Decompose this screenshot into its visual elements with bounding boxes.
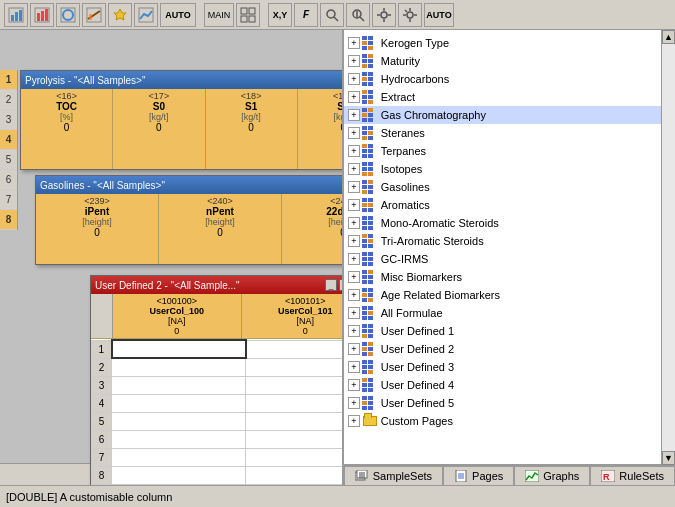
tree-expand-gasolines[interactable]: + — [348, 181, 360, 193]
row-num-8[interactable]: 8 — [0, 210, 17, 230]
row-num-4[interactable]: 4 — [0, 130, 17, 150]
tree-item-isotopes[interactable]: + Isotopes — [344, 160, 661, 178]
tree-expand-all-formulae[interactable]: + — [348, 307, 360, 319]
ud-cell-8-1[interactable] — [112, 466, 246, 484]
tree-expand-user-defined-3[interactable]: + — [348, 361, 360, 373]
tree-item-user-defined-3[interactable]: + User Defined 3 — [344, 358, 661, 376]
ud-cell-3-2[interactable] — [246, 376, 342, 394]
tree-expand-maturity[interactable]: + — [348, 55, 360, 67]
tree-expand-hydrocarbons[interactable]: + — [348, 73, 360, 85]
ud-cell-4-1[interactable] — [112, 394, 246, 412]
pyrolysis-titlebar[interactable]: Pyrolysis - "<All Samples>" _ □ ✕ — [21, 71, 342, 89]
userdefined-maximize-btn[interactable]: □ — [339, 279, 342, 291]
ud-cell-8-2[interactable] — [246, 466, 342, 484]
gasolines-col-22dmb[interactable]: <241> 22dmB [height] 0 — [282, 194, 342, 264]
toolbar-font-btn[interactable]: F — [294, 3, 318, 27]
tree-expand-tri-aromatic[interactable]: + — [348, 235, 360, 247]
toolbar-star-btn[interactable] — [108, 3, 132, 27]
tree-expand-isotopes[interactable]: + — [348, 163, 360, 175]
toolbar-xy-btn[interactable]: X,Y — [268, 3, 292, 27]
tree-expand-gcirms[interactable]: + — [348, 253, 360, 265]
tree-item-mono-aromatic[interactable]: + Mono-Aromatic Steroids — [344, 214, 661, 232]
tree-item-gcirms[interactable]: + GC-IRMS — [344, 250, 661, 268]
row-num-6[interactable]: 6 — [0, 170, 17, 190]
tab-rulesets[interactable]: R RuleSets — [590, 466, 675, 485]
ud-cell-5-2[interactable] — [246, 412, 342, 430]
tree-expand-steranes[interactable]: + — [348, 127, 360, 139]
ud-cell-5-1[interactable] — [112, 412, 246, 430]
ud-cell-2-1[interactable] — [112, 358, 246, 376]
tree-expand-user-defined-2[interactable]: + — [348, 343, 360, 355]
ud-cell-1-1[interactable] — [112, 340, 246, 358]
toolbar-auto-btn[interactable]: AUTO — [160, 3, 196, 27]
tree-item-tri-aromatic[interactable]: + Tri-Aromatic Steroids — [344, 232, 661, 250]
ud-cell-6-2[interactable] — [246, 430, 342, 448]
tree-item-gasolines[interactable]: + Gasolines — [344, 178, 661, 196]
tree-item-maturity[interactable]: + Maturity — [344, 52, 661, 70]
row-num-2[interactable]: 2 — [0, 90, 17, 110]
gasolines-titlebar[interactable]: Gasolines - "<All Samples>" _ □ ✕ — [36, 176, 342, 194]
tree-scroll-up[interactable]: ▲ — [662, 30, 675, 44]
pyrolysis-col-toc[interactable]: <16> TOC [%] 0 — [21, 89, 113, 169]
tree-item-user-defined-1[interactable]: + User Defined 1 — [344, 322, 661, 340]
tree-item-custom-pages[interactable]: + Custom Pages — [344, 412, 661, 430]
row-num-3[interactable]: 3 — [0, 110, 17, 130]
toolbar-settings2-btn[interactable] — [398, 3, 422, 27]
tree-item-user-defined-2[interactable]: + User Defined 2 — [344, 340, 661, 358]
pyrolysis-col-s0[interactable]: <17> S0 [kg/t] 0 — [113, 89, 205, 169]
tree-expand-user-defined-5[interactable]: + — [348, 397, 360, 409]
row-num-5[interactable]: 5 — [0, 150, 17, 170]
tree-item-steranes[interactable]: + Steranes — [344, 124, 661, 142]
ud-cell-3-1[interactable] — [112, 376, 246, 394]
tab-samplesets[interactable]: SampleSets — [344, 466, 443, 485]
ud-cell-2-2[interactable] — [246, 358, 342, 376]
tree-item-user-defined-4[interactable]: + User Defined 4 — [344, 376, 661, 394]
toolbar-chart4-btn[interactable] — [82, 3, 106, 27]
tree-item-hydrocarbons[interactable]: + Hydrocarbons — [344, 70, 661, 88]
row-num-7[interactable]: 7 — [0, 190, 17, 210]
ud-cell-4-2[interactable] — [246, 394, 342, 412]
tree-item-user-defined-5[interactable]: + User Defined 5 — [344, 394, 661, 412]
tree-scroll-down[interactable]: ▼ — [662, 451, 675, 465]
tree-expand-age-related[interactable]: + — [348, 289, 360, 301]
gasolines-col-npent[interactable]: <240> nPent [height] 0 — [159, 194, 282, 264]
tree-expand-aromatics[interactable]: + — [348, 199, 360, 211]
toolbar-search1-btn[interactable] — [320, 3, 344, 27]
tree-item-all-formulae[interactable]: + All Formulae — [344, 304, 661, 322]
row-num-1[interactable]: 1 — [0, 70, 17, 90]
tree-item-extract[interactable]: + Extract — [344, 88, 661, 106]
userdefined-minimize-btn[interactable]: _ — [325, 279, 337, 291]
tree-expand-terpanes[interactable]: + — [348, 145, 360, 157]
toolbar-chart2-btn[interactable] — [30, 3, 54, 27]
tree-item-aromatics[interactable]: + Aromatics — [344, 196, 661, 214]
tree-item-misc-biomarkers[interactable]: + Misc Biomarkers — [344, 268, 661, 286]
tree-expand-misc-biomarkers[interactable]: + — [348, 271, 360, 283]
tree-expand-user-defined-1[interactable]: + — [348, 325, 360, 337]
toolbar-chart3-btn[interactable] — [56, 3, 80, 27]
tree-scrollbar[interactable]: ▲ ▼ — [661, 30, 675, 465]
tree-expand-kerogen[interactable]: + — [348, 37, 360, 49]
toolbar-main-btn[interactable]: MAIN — [204, 3, 234, 27]
tab-graphs[interactable]: Graphs — [514, 466, 590, 485]
gasolines-col-ipent[interactable]: <239> iPent [height] 0 — [36, 194, 159, 264]
tree-item-age-related[interactable]: + Age Related Biomarkers — [344, 286, 661, 304]
tree-expand-gas-chromatography[interactable]: + — [348, 109, 360, 121]
toolbar-auto2-btn[interactable]: AUTO — [424, 3, 454, 27]
tree-expand-extract[interactable]: + — [348, 91, 360, 103]
toolbar-search2-btn[interactable] — [346, 3, 370, 27]
tree-item-kerogen[interactable]: + Kerogen Type — [344, 34, 661, 52]
toolbar-chart1-btn[interactable] — [4, 3, 28, 27]
tab-pages[interactable]: Pages — [443, 466, 514, 485]
ud-cell-1-2[interactable] — [246, 340, 342, 358]
toolbar-settings1-btn[interactable] — [372, 3, 396, 27]
pyrolysis-col-s2[interactable]: <19> S2 [kg/t] 0 — [298, 89, 342, 169]
pyrolysis-col-s1[interactable]: <18> S1 [kg/t] 0 — [206, 89, 298, 169]
tree-item-gas-chromatography[interactable]: + Gas Chromatography — [344, 106, 661, 124]
ud-cell-6-1[interactable] — [112, 430, 246, 448]
tree-item-terpanes[interactable]: + Terpanes — [344, 142, 661, 160]
tree-expand-custom-pages[interactable]: + — [348, 415, 360, 427]
toolbar-line-btn[interactable] — [134, 3, 158, 27]
ud-cell-7-2[interactable] — [246, 448, 342, 466]
userdefined-titlebar[interactable]: User Defined 2 - "<All Sample..." _ □ ✕ — [91, 276, 342, 294]
tree-expand-user-defined-4[interactable]: + — [348, 379, 360, 391]
